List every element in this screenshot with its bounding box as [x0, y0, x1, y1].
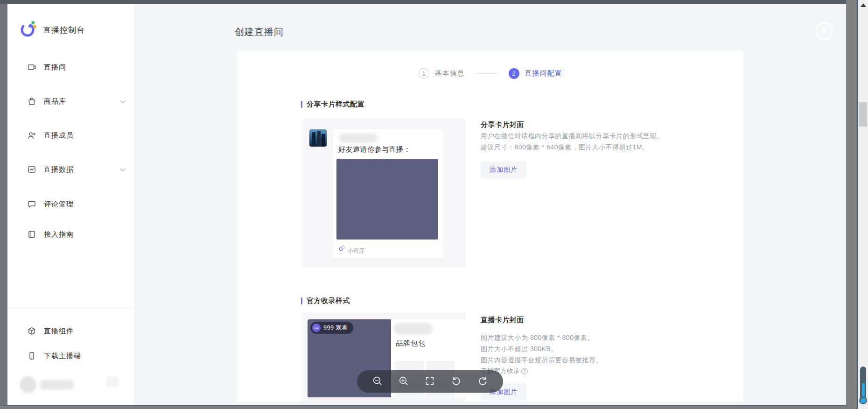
viewers-count: 999 观看 — [323, 324, 348, 332]
more-dots-icon: ⋯ — [312, 324, 321, 332]
sidebar-divider — [7, 308, 134, 308]
comment-icon — [27, 199, 36, 209]
card-divider — [333, 242, 443, 242]
sidebar-redacted-badge — [106, 376, 119, 387]
scrollbar-thumb[interactable] — [859, 102, 867, 127]
link-icon — [339, 245, 345, 253]
avatar — [20, 376, 36, 393]
section-accent-bar — [301, 101, 302, 108]
invite-text: 好友邀请你参与直播： — [338, 145, 411, 154]
account-name-redacted — [40, 380, 74, 389]
close-button[interactable] — [815, 22, 833, 40]
step-number: 2 — [509, 68, 519, 79]
zoom-in-icon — [398, 375, 409, 388]
sidebar-item-live-components[interactable]: 直播组件 — [27, 325, 134, 337]
main-area: 创建直播间 1 基本信息 2 直播间配置 分享卡片样式配置 — [134, 4, 846, 405]
fullscreen-button[interactable] — [424, 375, 436, 388]
sidebar-item-label: 直播组件 — [44, 327, 74, 336]
official-listing-section-heading: 官方收录样式 — [301, 297, 350, 304]
video-camera-icon — [27, 63, 36, 72]
mini-program-label: 小程序 — [348, 247, 364, 255]
share-card-preview: 好友邀请你参与直播： 小程序 — [333, 129, 443, 258]
share-cover-desc-2: 建议尺寸：800像素 * 640像素，图片大小不得超过1M。 — [481, 143, 649, 152]
sidebar-item-label: 直播数据 — [44, 165, 74, 174]
os-scrollbar[interactable] — [858, 0, 868, 409]
window-frame-bottom — [0, 405, 846, 409]
step-number: 1 — [419, 68, 429, 79]
share-card-section-heading: 分享卡片样式配置 — [301, 100, 364, 108]
live-cover-title: 直播卡片封面 — [481, 316, 524, 324]
section-title: 官方收录样式 — [307, 296, 350, 305]
app-title: 直播控制台 — [43, 25, 85, 35]
rotate-right-icon — [477, 375, 488, 388]
guide-book-icon — [27, 230, 36, 239]
window-frame-left — [0, 4, 7, 409]
window-frame-right — [846, 0, 857, 409]
redacted-title — [393, 323, 433, 335]
wizard-stepper: 1 基本信息 2 直播间配置 — [237, 68, 743, 79]
app-logo-row: 直播控制台 — [20, 21, 85, 39]
sidebar-item-live-members[interactable]: 直播成员 — [27, 130, 134, 141]
listing-card-title: 品牌包包 — [396, 339, 426, 348]
redacted-nickname — [338, 134, 378, 143]
chevron-down-icon[interactable] — [120, 97, 126, 106]
sidebar-item-label: 直播间 — [44, 63, 66, 72]
sidebar-item-product-library[interactable]: 商品库 — [27, 96, 134, 107]
data-chart-icon — [27, 165, 36, 174]
step-label: 基本信息 — [435, 69, 465, 78]
scroll-up-arrow-icon[interactable] — [861, 3, 866, 7]
cube-icon — [27, 326, 36, 336]
zoom-in-button[interactable] — [398, 375, 410, 388]
sidebar-item-live-room[interactable]: 直播间 — [27, 62, 134, 73]
app-logo-icon — [20, 21, 36, 39]
close-icon — [821, 27, 828, 36]
members-icon — [27, 131, 36, 140]
sidebar-item-integration-guide[interactable]: 接入指南 — [27, 229, 134, 240]
chat-avatar-image — [309, 129, 327, 147]
rotate-left-button[interactable] — [450, 375, 462, 388]
sidebar-item-label: 评论管理 — [44, 200, 74, 209]
stepper-connector — [475, 73, 498, 74]
section-accent-bar — [301, 297, 302, 304]
question-circle-icon: ? — [521, 368, 528, 374]
chevron-down-icon[interactable] — [120, 165, 126, 174]
sidebar-item-label: 下载主播端 — [44, 352, 81, 360]
live-cover-desc-3: 图片内容遵循平台规范后更容易被推荐。 — [481, 356, 602, 365]
live-cover-desc-2: 图片大小不超过 300KB。 — [481, 345, 558, 353]
section-title: 分享卡片样式配置 — [307, 100, 364, 109]
sidebar-item-label: 商品库 — [44, 97, 66, 106]
fullscreen-icon — [425, 376, 435, 388]
sidebar-item-label: 直播成员 — [44, 131, 74, 140]
sidebar-item-comment-management[interactable]: 评论管理 — [27, 198, 134, 210]
image-viewer-toolbar — [357, 370, 503, 393]
viewers-badge: ⋯ 999 观看 — [310, 322, 353, 334]
create-live-room-panel: 1 基本信息 2 直播间配置 分享卡片样式配置 好友邀请你参与直播： — [237, 50, 743, 402]
zoom-out-icon — [372, 375, 383, 388]
step-room-config[interactable]: 2 直播间配置 — [509, 68, 562, 79]
sidebar-item-label: 接入指南 — [44, 230, 74, 239]
share-cover-title: 分享卡片封面 — [481, 120, 524, 129]
step-label: 直播间配置 — [525, 69, 562, 78]
sidebar: 直播控制台 直播间 商品库 直 — [7, 4, 134, 405]
page-title: 创建直播间 — [235, 26, 284, 38]
share-cover-placeholder — [336, 159, 438, 240]
share-card-preview-panel: 好友邀请你参与直播： 小程序 — [302, 119, 466, 268]
sidebar-item-live-data[interactable]: 直播数据 — [27, 164, 134, 175]
mini-program-row: 小程序 — [339, 245, 364, 255]
sidebar-item-download-anchor-app[interactable]: 下载主播端 — [27, 350, 134, 361]
window-frame-top — [0, 0, 858, 4]
add-share-image-button[interactable]: 添加图片 — [481, 161, 526, 178]
live-cover-desc-1: 图片建议大小为 800像素 * 800像素。 — [481, 334, 594, 342]
phone-icon — [27, 351, 36, 360]
thermometer-bulb — [859, 396, 867, 404]
step-basic-info[interactable]: 1 基本信息 — [419, 68, 465, 79]
share-cover-desc-1: 用户在微信对话框内分享的直播间将以分享卡片的形式呈现。 — [481, 132, 664, 141]
zoom-out-button[interactable] — [371, 375, 384, 388]
thermometer-icon — [859, 367, 867, 408]
shopping-bag-icon — [27, 97, 36, 106]
rotate-left-icon — [451, 375, 462, 388]
rotate-right-button[interactable] — [476, 375, 489, 388]
